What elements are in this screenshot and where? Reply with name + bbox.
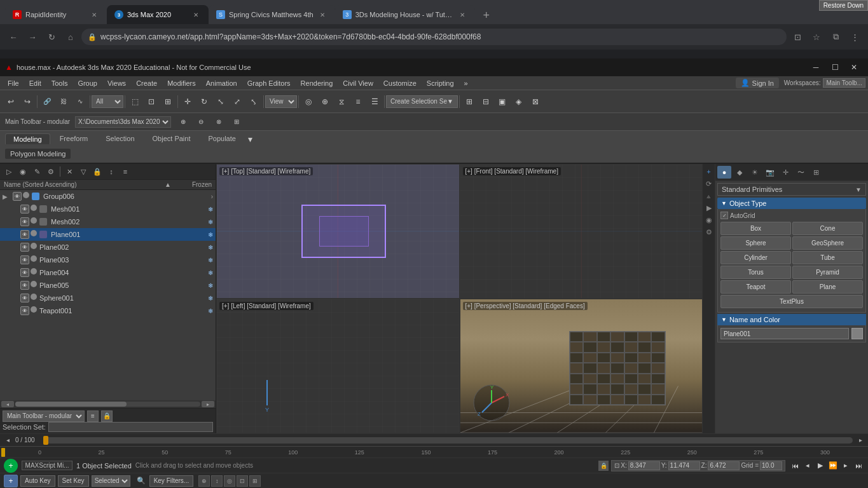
customize-scene-button[interactable]: ⚙ [45,165,57,178]
expand-arrow-group006[interactable]: › [203,193,213,200]
next-frame-btn[interactable]: ▸ [840,460,851,471]
render-frame-button[interactable]: ▣ [494,93,511,110]
rend-plane005[interactable] [31,281,37,287]
select-window-button[interactable]: ⊞ [160,93,176,110]
pivot-button[interactable]: ◎ [300,93,317,110]
create-selection-set[interactable]: Create Selection Se▼ [386,95,458,108]
std-primitives-row[interactable]: Standard Primitives ▼ [717,183,866,196]
display-button[interactable]: ◉ [17,165,29,178]
scale2-button[interactable]: ⤢ [229,93,245,110]
y-coord-input[interactable] [668,461,700,470]
vis-plane004[interactable]: 👁 [20,268,29,277]
scroll-right-btn[interactable]: ▸ [202,401,214,407]
plane-button[interactable]: Plane [792,280,863,294]
rend-mesh001[interactable] [31,205,37,211]
scene-item-plane005[interactable]: 👁 Plane005 ❄ [0,279,216,292]
view-dropdown[interactable]: View [265,95,297,108]
select-hierarchy-button[interactable]: ▷ [3,165,15,178]
menu-customize[interactable]: Customize [378,78,422,88]
camera-button[interactable]: 📷 [763,166,777,179]
helper-button[interactable]: ✛ [778,166,792,179]
scrubber-prev-btn[interactable]: ◂ [3,435,13,445]
menu-animation[interactable]: Animation [201,78,242,88]
select-link-button[interactable]: 🔗 [39,93,55,110]
selection-set-input[interactable] [48,422,213,432]
ribbon-tab-freeform[interactable]: Freeform [52,133,97,144]
expand-icon[interactable]: ▶ [3,193,10,200]
menu-file[interactable]: File [3,78,24,88]
restore-down-button[interactable]: Restore Down [819,0,868,11]
timeline-marker-0[interactable] [1,448,5,457]
tb2-btn4[interactable]: ⊞ [228,114,245,130]
scene-item-group006[interactable]: ▶ 👁 Group006 › [0,190,216,203]
filter-button[interactable]: ▽ [77,165,90,178]
mirror-button[interactable]: ⧖ [333,93,350,110]
menu-group[interactable]: Group [72,78,102,88]
layer-button[interactable]: ☰ [366,93,383,110]
timeline-track[interactable] [43,437,853,444]
select-button[interactable]: ⬚ [127,93,143,110]
visibility-toggle[interactable]: 👁 [13,192,22,201]
vis-plane005[interactable]: 👁 [20,281,29,290]
tb2-btn3[interactable]: ⊗ [210,114,227,130]
grid-input[interactable] [760,461,782,470]
viewport-left[interactable]: [+] [Left] [Standard] [Wireframe] [216,299,460,433]
sync-button[interactable]: ↕ [105,165,118,178]
tab-close-3dsmax[interactable]: ✕ [191,10,201,20]
vis-mesh001[interactable]: 👁 [20,205,29,214]
lock-toolbar-btn[interactable]: 🔒 [101,410,113,422]
render-setup-button[interactable]: ⊞ [461,93,478,110]
selected-dropdown[interactable]: Selected [92,475,130,487]
bookmark-button[interactable]: ☆ [808,29,825,45]
geometry-button[interactable]: ● [717,166,731,179]
extensions-button[interactable]: ⧉ [827,29,844,45]
align-button[interactable]: ≡ [350,93,366,110]
ribbon-tab-modeling[interactable]: Modeling [5,133,50,144]
lock-button[interactable]: 🔒 [91,165,104,178]
scene-item-mesh001[interactable]: 👁 Mesh001 ❄ [0,203,216,215]
render-toggle[interactable] [23,192,29,198]
scene-item-plane003[interactable]: 👁 Plane003 ❄ [0,254,216,266]
vis-plane002[interactable]: 👁 [20,243,29,252]
select-region-button[interactable]: ⊡ [143,93,160,110]
ribbon-more[interactable]: ▾ [248,134,252,144]
sign-in-button[interactable]: 👤 Sign In [736,78,779,88]
display-panel-icon[interactable]: ◉ [704,215,714,225]
ribbon-tab-populate[interactable]: Populate [200,133,244,144]
rend-teapot001[interactable] [31,306,37,313]
utilities-icon[interactable]: ⚙ [704,227,714,237]
object-name-input[interactable] [720,328,849,339]
autokey-button[interactable]: Auto Key [20,475,55,487]
tab-rapididentity[interactable]: R RapidIdentity ✕ [5,5,107,24]
list-button[interactable]: ≡ [119,165,132,178]
menu-rendering[interactable]: Rendering [296,78,338,88]
minimize-button[interactable]: ─ [807,60,825,74]
scene-item-teapot001[interactable]: 👁 Teapot001 ❄ [0,304,216,317]
name-column-header[interactable]: Name (Sorted Ascending) [4,181,165,188]
tab-close-spring[interactable]: ✕ [317,10,327,20]
undo-button[interactable]: ↩ [3,93,19,110]
viewport-persp[interactable]: [+] [Perspective] [Standard] [Edged Face… [460,299,703,433]
menu-graph-editors[interactable]: Graph Editors [242,78,296,88]
menu-civil-view[interactable]: Civil View [338,78,378,88]
add-key-button[interactable]: + [4,475,18,487]
bind-button[interactable]: ∿ [72,93,88,110]
extra-btn2[interactable]: ↕ [211,475,223,487]
sphere-button[interactable]: Sphere [720,236,791,250]
menu-edit[interactable]: Edit [24,78,46,88]
scene-item-plane002[interactable]: 👁 Plane002 ❄ [0,241,216,254]
scale3-button[interactable]: ⤣ [245,93,262,110]
pyramid-button[interactable]: Pyramid [792,266,863,279]
schematic-view-button[interactable]: ⊠ [527,93,544,110]
scrubber-next-btn[interactable]: ▸ [855,435,865,445]
scene-item-mesh002[interactable]: 👁 Mesh002 ❄ [0,215,216,228]
edit-button[interactable]: ✎ [31,165,43,178]
vis-plane003[interactable]: 👁 [20,255,29,264]
extra-btn5[interactable]: ⊞ [249,475,261,487]
geosphere-button[interactable]: GeoSphere [792,236,863,250]
setkey-button[interactable]: Set Key [58,475,89,487]
menu-views[interactable]: Views [102,78,131,88]
object-color-swatch[interactable] [851,328,863,339]
play-all-btn[interactable]: ⏩ [827,460,839,471]
cast-button[interactable]: ⊡ [789,29,806,45]
